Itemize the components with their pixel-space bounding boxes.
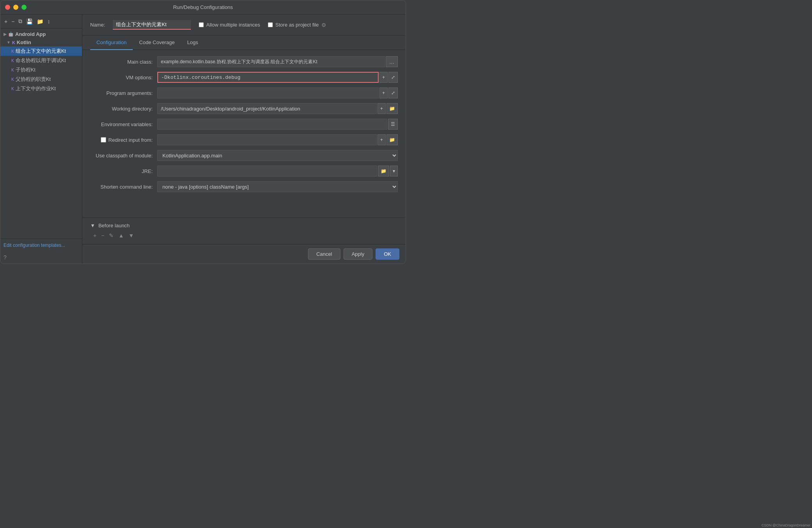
- allow-multiple-checkbox[interactable]: [199, 22, 204, 27]
- program-args-row: Program arguments: + ⤢: [90, 87, 398, 98]
- main-class-input-group: …: [157, 56, 398, 67]
- env-vars-row: Environment variables: ☰: [90, 119, 398, 130]
- before-launch-add-button[interactable]: +: [92, 232, 98, 239]
- chevron-icon: ▶: [4, 32, 7, 36]
- vm-options-row: VM options: + ⤢: [90, 72, 398, 83]
- sidebar-footer: Edit configuration templates...: [0, 239, 82, 251]
- item3-label: 子协程Kt: [16, 66, 36, 73]
- env-vars-label: Environment variables:: [90, 121, 153, 127]
- ok-button[interactable]: OK: [376, 248, 399, 260]
- remove-config-button[interactable]: −: [11, 18, 15, 25]
- vm-options-input[interactable]: [157, 72, 379, 83]
- vm-options-input-group: + ⤢: [157, 72, 398, 83]
- redirect-label: Redirect input from:: [109, 137, 153, 143]
- before-launch-header: ▼ Before launch: [90, 223, 398, 228]
- main-class-browse-button[interactable]: …: [386, 56, 398, 67]
- sort-config-button[interactable]: ↕: [46, 18, 51, 25]
- tab-configuration[interactable]: Configuration: [90, 36, 133, 50]
- content-area: + − ⧉ 💾 📁 ↕ ▶ 🤖 Android App ▼ K Kotlin: [0, 14, 406, 264]
- main-class-input[interactable]: [157, 56, 385, 67]
- working-dir-browse-button[interactable]: 📁: [386, 103, 398, 114]
- jre-input-group: 📁 ▾: [157, 166, 398, 177]
- before-launch-remove-button[interactable]: −: [100, 232, 106, 239]
- sidebar-item-item5[interactable]: K 上下文中的作业Kt: [0, 84, 82, 93]
- edit-templates-link[interactable]: Edit configuration templates...: [4, 243, 65, 248]
- form-area: Main class: … VM options: + ⤢: [82, 50, 406, 218]
- sidebar-toolbar: + − ⧉ 💾 📁 ↕: [0, 14, 82, 29]
- sidebar-item-kotlin[interactable]: ▼ K Kotlin: [0, 38, 82, 46]
- program-args-input-group: + ⤢: [157, 87, 398, 98]
- working-dir-input[interactable]: [157, 103, 377, 114]
- classpath-row: Use classpath of module: KotlinApplicati…: [90, 150, 398, 161]
- item4-label: 父协程的职责Kt: [16, 76, 51, 83]
- minimize-button[interactable]: [13, 5, 18, 10]
- sidebar-item-item1[interactable]: K 组合上下文中的元素Kt: [0, 46, 82, 56]
- kotlin-icon: K: [12, 40, 15, 45]
- shorten-cmd-select[interactable]: none - java [options] className [args]: [157, 181, 398, 192]
- program-args-add-button[interactable]: +: [379, 87, 388, 98]
- program-args-input[interactable]: [157, 87, 379, 98]
- env-vars-input[interactable]: [157, 119, 387, 130]
- jre-browse-button[interactable]: 📁: [378, 166, 389, 177]
- shorten-cmd-label: Shorten command line:: [90, 184, 153, 190]
- window-title: Run/Debug Configurations: [173, 4, 233, 10]
- tab-code-coverage[interactable]: Code Coverage: [133, 36, 181, 50]
- sidebar-item-item2[interactable]: K 命名协程以用于调试Kt: [0, 56, 82, 65]
- before-launch-up-button[interactable]: ▲: [117, 232, 125, 239]
- sidebar-item-android-app[interactable]: ▶ 🤖 Android App: [0, 30, 82, 38]
- name-input[interactable]: [113, 20, 191, 30]
- apply-button[interactable]: Apply: [344, 248, 373, 260]
- vm-options-add-button[interactable]: +: [379, 72, 388, 83]
- copy-config-button[interactable]: ⧉: [18, 17, 23, 25]
- program-args-expand-button[interactable]: ⤢: [388, 87, 398, 98]
- main-class-label: Main class:: [90, 59, 153, 65]
- traffic-lights: [5, 5, 27, 10]
- sidebar-item-item4[interactable]: K 父协程的职责Kt: [0, 75, 82, 84]
- jre-dropdown-button[interactable]: ▾: [390, 166, 398, 177]
- add-config-button[interactable]: +: [4, 18, 8, 25]
- before-launch-down-button[interactable]: ▼: [127, 232, 135, 239]
- header-row: Name: Allow multiple instances Store as …: [82, 14, 406, 36]
- redirect-input[interactable]: [157, 134, 377, 145]
- allow-multiple-label: Allow multiple instances: [206, 22, 260, 28]
- kotlin-label: Kotlin: [17, 39, 31, 45]
- folder-config-button[interactable]: 📁: [36, 18, 44, 25]
- before-launch-chevron: ▼: [90, 223, 95, 228]
- kotlin-file-icon: K: [11, 68, 14, 72]
- chevron-icon: ▼: [7, 40, 11, 45]
- save-config-button[interactable]: 💾: [25, 18, 34, 25]
- item2-label: 命名协程以用于调试Kt: [16, 57, 66, 64]
- cancel-button[interactable]: Cancel: [308, 248, 340, 260]
- sidebar: + − ⧉ 💾 📁 ↕ ▶ 🤖 Android App ▼ K Kotlin: [0, 14, 82, 264]
- tabs-row: Configuration Code Coverage Logs: [82, 36, 406, 50]
- working-dir-input-group: + 📁: [157, 103, 398, 114]
- vm-options-expand-button[interactable]: ⤢: [388, 72, 398, 83]
- store-as-project-checkbox[interactable]: [268, 22, 273, 27]
- before-launch-section: ▼ Before launch + − ✎ ▲ ▼: [82, 218, 406, 244]
- store-as-project-label: Store as project file: [275, 22, 319, 28]
- android-icon: 🤖: [8, 32, 14, 37]
- kotlin-file-icon: K: [11, 49, 14, 54]
- redirect-checkbox[interactable]: [101, 137, 106, 143]
- working-dir-row: Working directory: + 📁: [90, 103, 398, 114]
- close-button[interactable]: [5, 5, 10, 10]
- redirect-input-group: + 📁: [157, 134, 398, 145]
- jre-input[interactable]: [157, 166, 377, 177]
- redirect-add-button[interactable]: +: [378, 134, 386, 145]
- gear-icon[interactable]: ⚙: [321, 22, 326, 28]
- working-dir-add-button[interactable]: +: [378, 103, 386, 114]
- program-args-label: Program arguments:: [90, 90, 153, 96]
- item5-label: 上下文中的作业Kt: [16, 85, 56, 92]
- before-launch-toolbar: + − ✎ ▲ ▼: [92, 232, 398, 239]
- allow-multiple-group: Allow multiple instances: [199, 22, 260, 28]
- maximize-button[interactable]: [21, 5, 27, 10]
- redirect-browse-button[interactable]: 📁: [386, 134, 398, 145]
- env-vars-edit-button[interactable]: ☰: [388, 119, 398, 130]
- tab-logs[interactable]: Logs: [181, 36, 204, 50]
- classpath-select[interactable]: KotlinApplication.app.main: [157, 150, 398, 161]
- shorten-cmd-row: Shorten command line: none - java [optio…: [90, 181, 398, 192]
- sidebar-item-item3[interactable]: K 子协程Kt: [0, 65, 82, 75]
- working-dir-label: Working directory:: [90, 106, 153, 112]
- help-icon-area[interactable]: ?: [0, 251, 82, 264]
- before-launch-edit-button[interactable]: ✎: [107, 232, 115, 239]
